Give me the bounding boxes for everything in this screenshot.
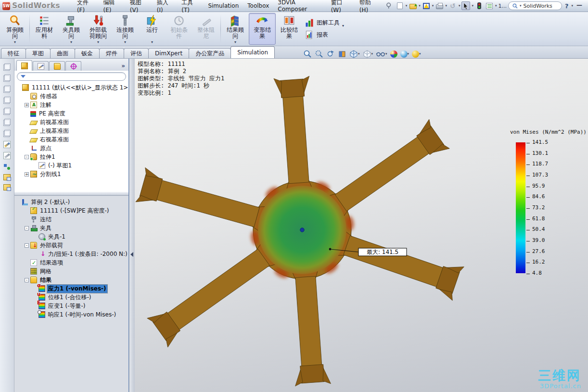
study-advisor-dropdown[interactable]: ▾ bbox=[14, 40, 16, 44]
wire-cube-icon[interactable] bbox=[3, 86, 11, 93]
tab-office-products[interactable]: 办公室产品 bbox=[189, 48, 231, 58]
results-advisor-dropdown[interactable]: ▾ bbox=[234, 40, 236, 44]
select-cursor-icon[interactable] bbox=[461, 1, 470, 10]
open-documents-label[interactable]: 1... bbox=[498, 3, 507, 9]
edit-appearance-icon[interactable] bbox=[389, 50, 398, 58]
tree-item-material[interactable]: PE 高密度 bbox=[14, 109, 128, 118]
tab-dimxpert[interactable]: DimXpert bbox=[148, 48, 189, 58]
apply-scene-dropdown[interactable]: ▾ bbox=[408, 52, 409, 56]
print-dropdown[interactable]: ▾ bbox=[445, 4, 447, 8]
menu-insert[interactable]: 插入(I) bbox=[153, 0, 178, 12]
search-scope-dropdown[interactable]: ▾ bbox=[520, 4, 522, 8]
tree-item-sensors[interactable]: 传感器 bbox=[14, 92, 128, 101]
run-button[interactable]: 运行 ▾ bbox=[139, 13, 166, 45]
save-icon[interactable] bbox=[422, 1, 431, 10]
external-loads-advisor-button[interactable]: 外部载荷顾问 ▾ bbox=[85, 13, 112, 45]
yellow-window-icon[interactable] bbox=[3, 184, 11, 190]
menu-help[interactable]: 帮助(H) bbox=[355, 0, 383, 12]
tree-item-top-plane[interactable]: 上视基准面 bbox=[14, 126, 128, 135]
view-orientation-icon[interactable]: ▾ bbox=[348, 49, 361, 59]
help-dropdown[interactable]: ▾ bbox=[571, 4, 573, 8]
search-box[interactable]: ▾ SolidWorks bbox=[508, 1, 562, 10]
yellow-window-icon[interactable] bbox=[3, 174, 11, 180]
tree-item-part-root[interactable]: 11111 (默认<<默认>_显示状态 1>) bbox=[14, 83, 128, 92]
graphics-viewport[interactable]: 最大: 141.5 模型名称: 11111 算例名称: 算例 2 图解类型: 非… bbox=[135, 59, 588, 392]
new-document-dropdown[interactable]: ▾ bbox=[406, 4, 408, 8]
tree-filter-input[interactable] bbox=[28, 74, 122, 79]
display-style-icon[interactable]: ▾ bbox=[362, 49, 374, 59]
panel-overflow-chevron-icon[interactable]: » bbox=[121, 63, 127, 71]
expand-toggle[interactable]: - bbox=[25, 226, 29, 230]
new-document-icon[interactable] bbox=[396, 1, 404, 10]
wire-cube-icon[interactable] bbox=[3, 63, 11, 71]
fixtures-advisor-dropdown[interactable]: ▾ bbox=[70, 40, 72, 44]
tree-item-sim-part[interactable]: 11111 (-[SW]PE 高密度-) bbox=[14, 206, 128, 215]
menu-view[interactable]: 视图(V) bbox=[126, 0, 153, 12]
menu-toolbox[interactable]: Toolbox bbox=[243, 0, 273, 12]
external-loads-dropdown[interactable]: ▾ bbox=[97, 40, 99, 44]
help-icon[interactable]: ? bbox=[563, 2, 570, 10]
expand-toggle[interactable]: - bbox=[25, 278, 29, 282]
filter-box[interactable] bbox=[17, 72, 126, 81]
deformed-result-button[interactable]: 变形结果 bbox=[249, 13, 276, 45]
tree-item-stress-plot[interactable]: 应力1 (-vonMises-) bbox=[14, 284, 128, 293]
expand-toggle[interactable]: - bbox=[25, 155, 29, 159]
tab-sheet-metal[interactable]: 钣金 bbox=[75, 48, 100, 58]
save-dropdown[interactable]: ▾ bbox=[432, 4, 434, 8]
menu-edit[interactable]: 编辑(E) bbox=[99, 0, 126, 12]
tree-splitter[interactable] bbox=[14, 191, 128, 196]
tree-item-results-folder[interactable]: - 结果 bbox=[14, 276, 128, 284]
zoom-in-out-icon[interactable] bbox=[325, 49, 336, 59]
tree-item-fixture-1[interactable]: 夹具-1 bbox=[14, 232, 128, 241]
expand-toggle[interactable]: + bbox=[25, 172, 29, 177]
open-document-icon[interactable] bbox=[409, 1, 417, 10]
tree-item-origin[interactable]: 原点 bbox=[14, 144, 128, 152]
pin-menu-icon[interactable] bbox=[386, 2, 391, 9]
plot-tools-button[interactable]: 图解工具 ▾ bbox=[305, 18, 344, 28]
tree-item-displacement-plot[interactable]: 位移1 (-合位移-) bbox=[14, 293, 128, 302]
tab-weldments[interactable]: 焊件 bbox=[99, 48, 124, 58]
tab-surfaces[interactable]: 曲面 bbox=[50, 48, 75, 58]
print-icon[interactable] bbox=[435, 1, 444, 10]
zoom-to-fit-icon[interactable] bbox=[302, 49, 313, 59]
dimxpertmanager-tab[interactable] bbox=[65, 61, 81, 71]
options-list-icon[interactable] bbox=[485, 1, 494, 10]
panel-viewport-splitter[interactable] bbox=[129, 59, 135, 392]
tree-item-split-line[interactable]: + 分割线1 bbox=[14, 170, 128, 178]
expand-toggle[interactable]: - bbox=[25, 243, 29, 248]
configurationmanager-tab[interactable] bbox=[49, 61, 65, 71]
tab-sketch[interactable]: 草图 bbox=[26, 48, 51, 58]
view-orientation-dropdown[interactable]: ▾ bbox=[358, 52, 360, 56]
zoom-to-area-icon[interactable] bbox=[314, 49, 324, 59]
tree-item-extrude[interactable]: - 拉伸1 bbox=[14, 152, 128, 161]
collapse-toolbar-icon[interactable]: — bbox=[575, 2, 585, 10]
display-style-dropdown[interactable]: ▾ bbox=[371, 52, 373, 56]
undo-icon[interactable]: ↺ bbox=[448, 1, 457, 10]
connections-advisor-dropdown[interactable]: ▾ bbox=[124, 40, 126, 44]
connections-advisor-button[interactable]: 连接顾问 ▾ bbox=[112, 13, 139, 45]
pencil-sketch-icon[interactable] bbox=[3, 141, 11, 148]
tree-item-fixtures[interactable]: - 夹具 bbox=[14, 224, 128, 232]
menu-tools[interactable]: 工具(T) bbox=[177, 0, 204, 12]
hide-show-items-icon[interactable]: ▾ bbox=[375, 49, 388, 59]
compare-results-button[interactable]: 比较结果 bbox=[276, 13, 303, 45]
menu-simulation[interactable]: Simulation bbox=[204, 0, 243, 12]
apply-material-button[interactable]: 应用材料 bbox=[31, 13, 58, 45]
wire-cube-icon[interactable] bbox=[3, 119, 11, 126]
view-settings-icon[interactable]: ▾ bbox=[411, 50, 422, 58]
tab-simulation[interactable]: Simulation bbox=[230, 46, 275, 58]
apply-scene-icon[interactable]: ▾ bbox=[399, 50, 410, 58]
wire-cube-icon[interactable] bbox=[3, 75, 11, 82]
tree-item-front-plane[interactable]: 前视基准面 bbox=[14, 118, 128, 126]
expand-toggle[interactable]: + bbox=[25, 103, 29, 107]
menu-file[interactable]: 文件(F) bbox=[73, 0, 99, 12]
tree-item-connections[interactable]: 连结 bbox=[14, 215, 128, 224]
featuremanager-tab[interactable] bbox=[16, 60, 32, 71]
collapse-panel-arrow-icon[interactable] bbox=[130, 252, 133, 257]
view-settings-dropdown[interactable]: ▾ bbox=[419, 52, 421, 56]
study-advisor-button[interactable]: 算例顾问 ▾ bbox=[1, 13, 28, 45]
propertymanager-tab[interactable] bbox=[33, 61, 49, 71]
options-dropdown[interactable]: ▾ bbox=[495, 4, 497, 8]
tree-item-right-plane[interactable]: 右视基准面 bbox=[14, 135, 128, 144]
menu-window[interactable]: 窗口(W) bbox=[327, 0, 355, 12]
